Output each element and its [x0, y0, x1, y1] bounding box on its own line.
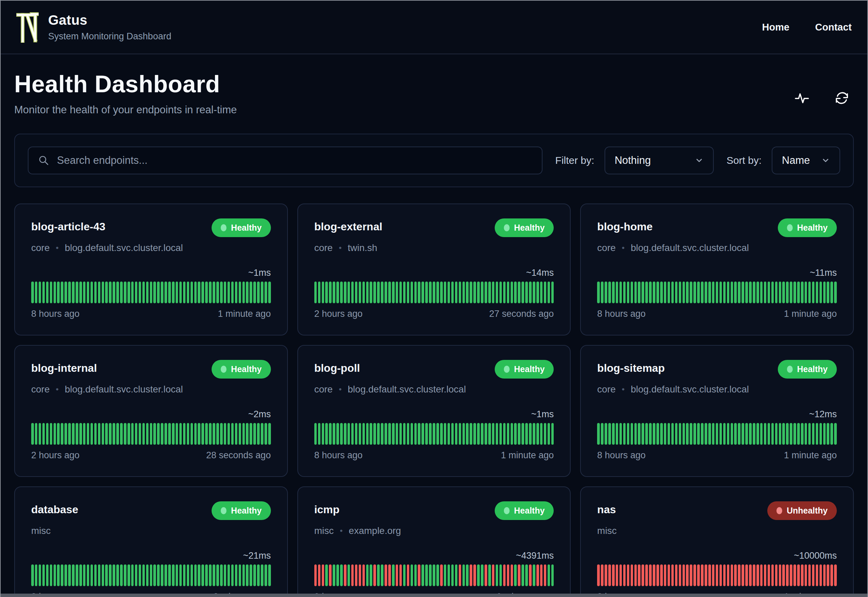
uptime-bar[interactable]	[775, 564, 778, 586]
uptime-bar[interactable]	[712, 564, 715, 586]
uptime-bar[interactable]	[325, 423, 328, 445]
uptime-bar[interactable]	[231, 564, 234, 586]
uptime-bar[interactable]	[392, 564, 395, 586]
uptime-bar[interactable]	[39, 282, 41, 303]
uptime-bar[interactable]	[679, 282, 681, 303]
uptime-bar[interactable]	[366, 282, 369, 303]
uptime-bar[interactable]	[161, 282, 163, 303]
uptime-bar[interactable]	[793, 423, 796, 445]
uptime-bar[interactable]	[804, 282, 807, 303]
uptime-bar[interactable]	[373, 282, 376, 303]
uptime-bar[interactable]	[764, 282, 767, 303]
uptime-bar[interactable]	[734, 282, 737, 303]
uptime-bar[interactable]	[679, 564, 681, 586]
uptime-bar[interactable]	[183, 564, 186, 586]
uptime-bar[interactable]	[697, 564, 700, 586]
uptime-bar[interactable]	[370, 423, 372, 445]
uptime-bar[interactable]	[224, 564, 227, 586]
uptime-bar[interactable]	[381, 423, 384, 445]
uptime-bar[interactable]	[373, 423, 376, 445]
uptime-bar[interactable]	[771, 564, 774, 586]
uptime-bar[interactable]	[68, 282, 71, 303]
uptime-bar[interactable]	[638, 423, 640, 445]
uptime-bar[interactable]	[168, 282, 171, 303]
uptime-bar[interactable]	[808, 564, 811, 586]
uptime-bar[interactable]	[228, 423, 230, 445]
uptime-bar[interactable]	[253, 282, 256, 303]
uptime-bar[interactable]	[153, 423, 156, 445]
uptime-bar[interactable]	[396, 564, 398, 586]
nav-link-home[interactable]: Home	[762, 22, 789, 33]
uptime-bar[interactable]	[183, 423, 186, 445]
uptime-bar[interactable]	[649, 564, 652, 586]
uptime-bar[interactable]	[671, 282, 674, 303]
uptime-bar[interactable]	[385, 423, 387, 445]
uptime-bar[interactable]	[544, 564, 547, 586]
uptime-bar[interactable]	[548, 564, 550, 586]
uptime-bar[interactable]	[76, 423, 79, 445]
uptime-bar[interactable]	[731, 423, 733, 445]
endpoint-card[interactable]: icmp Healthy misc • example.org ~4391ms …	[297, 486, 571, 597]
uptime-bar[interactable]	[466, 564, 469, 586]
uptime-bar[interactable]	[816, 423, 819, 445]
uptime-bar[interactable]	[76, 564, 79, 586]
uptime-bar[interactable]	[370, 564, 372, 586]
uptime-bar[interactable]	[127, 282, 130, 303]
uptime-bar[interactable]	[514, 564, 517, 586]
uptime-bar[interactable]	[764, 423, 767, 445]
uptime-bar[interactable]	[675, 564, 678, 586]
uptime-bar[interactable]	[102, 282, 104, 303]
nav-link-contact[interactable]: Contact	[815, 22, 852, 33]
uptime-bar[interactable]	[645, 423, 648, 445]
uptime-bar[interactable]	[771, 282, 774, 303]
uptime-bar[interactable]	[455, 282, 458, 303]
uptime-bar[interactable]	[201, 423, 204, 445]
uptime-bar[interactable]	[604, 564, 607, 586]
uptime-bar[interactable]	[503, 564, 506, 586]
uptime-bar[interactable]	[187, 564, 190, 586]
uptime-bar[interactable]	[168, 564, 171, 586]
uptime-bar[interactable]	[548, 423, 550, 445]
uptime-bar[interactable]	[451, 282, 454, 303]
uptime-bar[interactable]	[359, 564, 361, 586]
uptime-bar[interactable]	[705, 282, 707, 303]
uptime-bar[interactable]	[473, 564, 476, 586]
uptime-bar[interactable]	[690, 423, 692, 445]
uptime-bar[interactable]	[634, 282, 637, 303]
uptime-bar[interactable]	[139, 282, 141, 303]
uptime-bar[interactable]	[98, 282, 101, 303]
uptime-bar[interactable]	[220, 423, 223, 445]
uptime-bar[interactable]	[127, 564, 130, 586]
uptime-bar[interactable]	[150, 423, 153, 445]
uptime-bar[interactable]	[72, 423, 75, 445]
uptime-bar[interactable]	[786, 282, 789, 303]
uptime-bar[interactable]	[403, 282, 406, 303]
uptime-bar[interactable]	[544, 282, 547, 303]
uptime-bar[interactable]	[823, 564, 826, 586]
uptime-bar[interactable]	[801, 282, 804, 303]
uptime-bar[interactable]	[683, 423, 685, 445]
uptime-bar[interactable]	[425, 423, 428, 445]
uptime-bar[interactable]	[410, 564, 413, 586]
uptime-bar[interactable]	[638, 564, 640, 586]
endpoint-card[interactable]: blog-home Healthy core • blog.default.sv…	[580, 203, 854, 336]
uptime-bar[interactable]	[329, 282, 332, 303]
uptime-bar[interactable]	[120, 564, 123, 586]
uptime-bar[interactable]	[340, 282, 343, 303]
uptime-bar[interactable]	[734, 564, 737, 586]
uptime-bar[interactable]	[507, 423, 510, 445]
uptime-bar[interactable]	[421, 282, 424, 303]
uptime-bar[interactable]	[749, 423, 752, 445]
uptime-bar[interactable]	[68, 564, 71, 586]
uptime-bar[interactable]	[701, 282, 704, 303]
uptime-bar[interactable]	[348, 282, 350, 303]
uptime-bar[interactable]	[194, 282, 197, 303]
uptime-bar[interactable]	[827, 423, 829, 445]
uptime-bar[interactable]	[503, 423, 506, 445]
uptime-bar[interactable]	[146, 564, 149, 586]
uptime-bar[interactable]	[72, 282, 75, 303]
uptime-bar[interactable]	[675, 282, 678, 303]
uptime-bar[interactable]	[801, 423, 804, 445]
uptime-bar[interactable]	[631, 423, 633, 445]
uptime-bar[interactable]	[451, 564, 454, 586]
